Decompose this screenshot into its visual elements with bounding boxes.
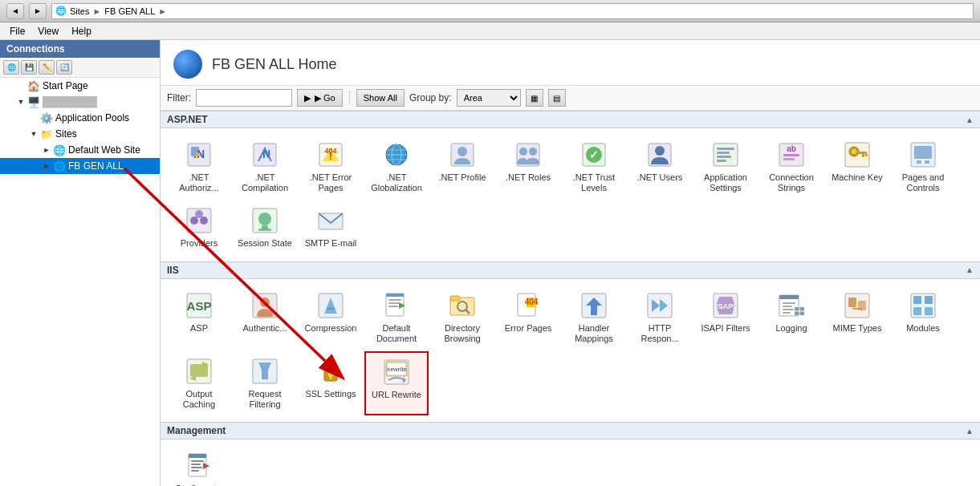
- svg-rect-63: [388, 306, 398, 307]
- output-caching-item[interactable]: Output Caching: [167, 351, 231, 415]
- session-state-label: Session State: [238, 238, 292, 249]
- handler-mappings-item[interactable]: Handler Mappings: [562, 286, 626, 350]
- group-by-select[interactable]: Area Category: [457, 89, 521, 107]
- svg-point-16: [457, 147, 467, 156]
- iis-collapse-btn[interactable]: ▲: [966, 265, 974, 274]
- sidebar-btn-save[interactable]: 💾: [21, 60, 37, 75]
- svg-rect-99: [190, 364, 208, 377]
- machine-key-icon: [843, 140, 872, 169]
- asp-icon: ASP: [185, 291, 213, 320]
- net-auth-item[interactable]: .N .NET Authoriz...: [167, 135, 231, 199]
- dir-browsing-item[interactable]: Directory Browsing: [430, 286, 494, 350]
- iis-icons-grid: ASP ASP Authentic...: [161, 279, 980, 423]
- conn-strings-item[interactable]: ab Connection Strings: [759, 135, 823, 199]
- net-error-pages-item[interactable]: ! 404 .NET Error Pages: [299, 135, 363, 199]
- sites-icon: 📁: [40, 128, 53, 140]
- url-rewrite-item[interactable]: /rewrite URL Rewrite: [364, 351, 429, 415]
- default-doc-item[interactable]: Default Document: [364, 286, 429, 350]
- default-icon: 🌐: [53, 144, 66, 156]
- app-pools-label: Application Pools: [55, 112, 129, 124]
- svg-rect-117: [191, 470, 199, 472]
- svg-point-47: [195, 210, 203, 218]
- management-collapse-btn[interactable]: ▲: [966, 427, 974, 435]
- app-settings-item[interactable]: Application Settings: [693, 135, 758, 199]
- isapi-filters-item[interactable]: ISAPI ISAPI Filters: [693, 286, 758, 350]
- sidebar-item-sites[interactable]: ▼ 📁 Sites: [0, 126, 160, 142]
- svg-rect-29: [717, 160, 726, 162]
- output-caching-icon: [185, 357, 213, 386]
- breadcrumb-item2[interactable]: FB GEN ALL: [104, 6, 155, 16]
- svg-rect-26: [717, 148, 734, 150]
- view-menu[interactable]: View: [31, 24, 65, 38]
- sidebar-item-start-page[interactable]: 🏠 Start Page: [0, 78, 160, 94]
- aspnet-collapse-btn[interactable]: ▲: [966, 115, 974, 124]
- default-doc-label: Default Document: [368, 323, 425, 344]
- net-profile-item[interactable]: .NET Profile: [430, 135, 494, 199]
- http-response-item[interactable]: HTTP Respon...: [628, 286, 692, 350]
- svg-rect-43: [925, 160, 929, 164]
- svg-text:ASP: ASP: [187, 299, 212, 313]
- sidebar-item-fbc[interactable]: ▼ 🖥️ ████████: [0, 94, 160, 110]
- machine-key-item[interactable]: Machine Key: [825, 135, 889, 199]
- sidebar-item-default-web[interactable]: ► 🌐 Default Web Site: [0, 142, 160, 158]
- back-button[interactable]: ◄: [6, 3, 24, 19]
- net-roles-item[interactable]: .NET Roles: [496, 135, 560, 199]
- logging-label: Logging: [775, 323, 807, 334]
- show-all-button[interactable]: Show All: [356, 89, 405, 107]
- logging-icon: [777, 291, 806, 320]
- dir-browsing-label: Directory Browsing: [434, 323, 490, 344]
- mime-types-label: MIME Types: [833, 323, 882, 334]
- net-trust-item[interactable]: ✓ .NET Trust Levels: [562, 135, 626, 199]
- breadcrumb-item[interactable]: Sites: [70, 6, 89, 16]
- mime-types-item[interactable]: MIME Types: [825, 286, 889, 350]
- view-list-button[interactable]: ▤: [548, 89, 566, 107]
- request-filtering-icon: [250, 357, 279, 386]
- file-menu[interactable]: File: [3, 24, 31, 38]
- breadcrumb-sep2: ►: [158, 6, 167, 16]
- sidebar-btn-edit[interactable]: ✏️: [39, 60, 55, 75]
- compression-label: Compression: [305, 323, 357, 334]
- asp-item[interactable]: ASP ASP: [167, 286, 231, 350]
- svg-rect-27: [717, 152, 730, 154]
- smtp-email-item[interactable]: SMTP E-mail: [299, 200, 363, 254]
- net-compilation-item[interactable]: .N .NET Compilation: [233, 135, 297, 199]
- request-filtering-item[interactable]: Request Filtering: [233, 351, 297, 415]
- svg-point-49: [258, 213, 271, 225]
- sidebar-item-app-pools[interactable]: ⚙️ Application Pools: [0, 110, 160, 126]
- machine-key-label: Machine Key: [832, 172, 883, 183]
- net-roles-label: .NET Roles: [506, 172, 551, 183]
- start-page-icon: 🏠: [27, 79, 40, 92]
- start-page-label: Start Page: [43, 80, 88, 91]
- providers-item[interactable]: Providers: [167, 200, 231, 254]
- sidebar-item-fb-gen-all[interactable]: ► 🌐 FB GEN ALL: [0, 158, 160, 174]
- pages-controls-item[interactable]: Pages and Controls: [891, 135, 955, 199]
- error-pages-item[interactable]: 404 Error Pages: [496, 286, 560, 350]
- net-trust-label: .NET Trust Levels: [566, 172, 622, 193]
- help-menu[interactable]: Help: [65, 24, 98, 38]
- modules-item[interactable]: Modules: [891, 286, 955, 350]
- app-pools-expand: [29, 113, 39, 123]
- forward-button[interactable]: ►: [29, 3, 47, 19]
- url-rewrite-label: URL Rewrite: [372, 390, 421, 400]
- sidebar-header: Connections: [0, 40, 160, 58]
- sidebar-btn-globe[interactable]: 🌐: [3, 60, 19, 75]
- logging-item[interactable]: Logging: [759, 286, 823, 350]
- session-state-item[interactable]: Session State: [233, 200, 297, 254]
- svg-rect-38: [862, 154, 864, 157]
- view-toggle-button[interactable]: ▦: [526, 89, 543, 107]
- sidebar-btn-refresh[interactable]: 🔄: [56, 60, 72, 75]
- net-globalization-item[interactable]: .NET Globalization: [364, 135, 429, 199]
- net-auth-label: .NET Authoriz...: [171, 172, 227, 193]
- go-icon: ▶: [304, 93, 311, 103]
- isapi-filters-icon: ISAPI: [711, 291, 740, 320]
- filter-input[interactable]: [196, 89, 292, 107]
- compression-item[interactable]: Compression: [299, 286, 363, 350]
- svg-rect-81: [779, 295, 799, 299]
- conn-strings-label: Connection Strings: [763, 172, 819, 193]
- svg-point-46: [200, 217, 208, 225]
- net-users-item[interactable]: .NET Users: [628, 135, 692, 199]
- config-editor-item[interactable]: Configurat... Editor: [167, 446, 231, 486]
- ssl-settings-item[interactable]: SSL Settings: [299, 351, 363, 415]
- authentication-item[interactable]: Authentic...: [233, 286, 297, 350]
- go-button[interactable]: ▶ ▶ Go: [297, 89, 343, 107]
